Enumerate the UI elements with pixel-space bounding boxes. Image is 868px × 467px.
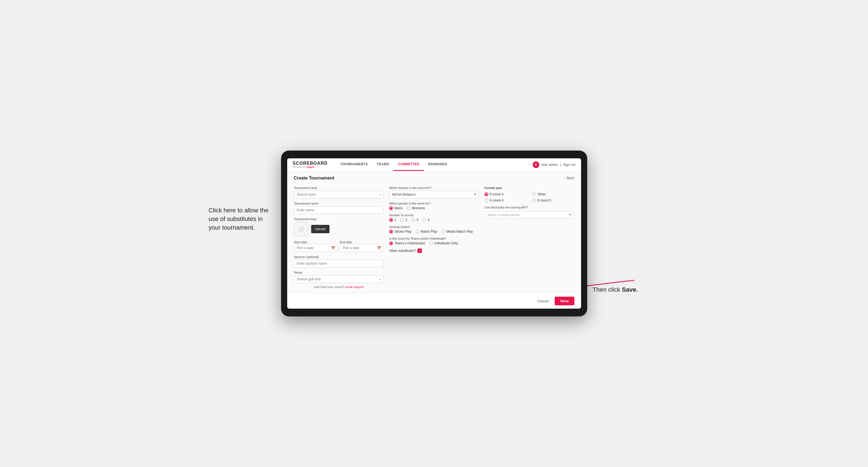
form-col-1: Tournament Host ▾ Tournament name Tourna (294, 186, 384, 289)
nav-user-area: B blair admin | Sign out (533, 161, 576, 168)
logo-powered: Powered by clippd (293, 166, 328, 168)
back-button[interactable]: ‹ Back (565, 176, 575, 180)
scoring-service-wrap: Select a scoring service (485, 211, 575, 218)
end-date-wrap: 📅 (340, 244, 383, 252)
teams-radio[interactable] (389, 241, 393, 245)
event-individuals[interactable]: Individuals Only (429, 241, 458, 245)
round3-label: 3 (416, 218, 418, 222)
round3-radio[interactable] (411, 218, 415, 222)
match-radio[interactable] (415, 229, 420, 234)
rounds-4[interactable]: 4 (422, 218, 429, 222)
page-header: Create Tournament ‹ Back (294, 176, 575, 181)
api-scoring-field: Use third-party live scoring API? Select… (485, 206, 575, 218)
medal-label: Medal Match Play (446, 229, 473, 234)
format-6count4[interactable]: 6 count 4 (485, 198, 527, 202)
format-6c4-radio[interactable] (485, 198, 488, 202)
rounds-radio-group: 1 2 3 (389, 218, 479, 222)
scoring-stroke[interactable]: Stroke Play (389, 229, 411, 234)
tournament-name-input[interactable] (294, 206, 384, 214)
sign-out-link[interactable]: Sign out (563, 163, 575, 167)
round2-radio[interactable] (400, 218, 404, 222)
tournament-name-label: Tournament name (294, 202, 384, 205)
match-label: Match Play (421, 229, 437, 234)
substitutes-label: Allow substitutes? (389, 249, 416, 253)
format-5c4-label: 5 count 4 (490, 192, 503, 196)
nav-rankings[interactable]: RANKINGS (424, 158, 452, 171)
form-col-3: Format type 5 count 4 Other (485, 186, 575, 289)
individuals-radio[interactable] (429, 241, 433, 245)
venue-label: Venue (294, 271, 384, 274)
sponsor-input[interactable] (294, 260, 384, 268)
division-label: Which division is the event for? (389, 186, 479, 189)
email-support-link[interactable]: email support (345, 285, 364, 289)
gender-radio-group: Mens Womens (389, 206, 479, 210)
round4-label: 4 (428, 218, 429, 222)
rounds-label: Number of rounds (389, 214, 479, 217)
format-other-radio[interactable] (532, 192, 536, 196)
mens-radio[interactable] (389, 206, 393, 210)
cancel-button[interactable]: Cancel (534, 297, 552, 305)
medal-radio[interactable] (441, 229, 445, 234)
logo-placeholder-icon (294, 222, 308, 236)
logo-upload-area: Upload (294, 222, 384, 236)
start-date-field: Start date 📅 (294, 240, 338, 252)
round1-radio[interactable] (389, 218, 393, 222)
stroke-radio[interactable] (389, 229, 393, 234)
sponsor-label: Sponsor (optional) (294, 255, 384, 258)
nav-tournaments[interactable]: TOURNAMENTS (336, 158, 372, 171)
scoring-radio-group: Stroke Play Match Play Medal Match Play (389, 229, 479, 234)
tournament-host-input[interactable] (294, 191, 384, 198)
scoring-medal[interactable]: Medal Match Play (441, 229, 473, 234)
logo-scoreboard: SCOREBOARD (293, 161, 328, 165)
end-date-field: End date 📅 (340, 240, 383, 252)
upload-button[interactable]: Upload (311, 225, 330, 233)
rounds-2[interactable]: 2 (400, 218, 407, 222)
user-name: blair admin (541, 163, 558, 167)
format-5count4[interactable]: 5 count 4 (485, 192, 527, 196)
format-options-grid: 5 count 4 Other 6 count 4 (485, 192, 575, 202)
rounds-3[interactable]: 3 (411, 218, 418, 222)
scoring-service-select[interactable]: Select a scoring service (485, 211, 575, 218)
save-button[interactable]: Save (555, 297, 574, 305)
format-type-field: Format type 5 count 4 Other (485, 186, 575, 202)
venue-input[interactable] (294, 275, 384, 283)
tablet-frame: SCOREBOARD Powered by clippd TOURNAMENTS… (281, 151, 587, 316)
division-select[interactable]: NCAA Division I (389, 191, 479, 198)
scoring-match[interactable]: Match Play (415, 229, 437, 234)
format-type-title: Format type (485, 186, 575, 189)
substitutes-checkbox[interactable]: ✓ (417, 249, 422, 253)
gender-womens[interactable]: Womens (407, 206, 425, 210)
round2-label: 2 (405, 218, 407, 222)
womens-radio[interactable] (407, 206, 410, 210)
gender-mens[interactable]: Mens (389, 206, 402, 210)
annotation-left-text: Click here to allow the use of substitut… (209, 206, 276, 232)
substitutes-checkbox-wrap[interactable]: Allow substitutes? ✓ (389, 249, 479, 253)
format-5c4-radio[interactable] (485, 192, 488, 196)
calendar-end-icon: 📅 (377, 246, 381, 250)
navbar: SCOREBOARD Powered by clippd TOURNAMENTS… (287, 158, 581, 171)
format-6count5[interactable]: 6 count 5 (532, 198, 574, 202)
mens-label: Mens (394, 206, 402, 210)
event-type-field: Is this event for Teams and/or Individua… (389, 237, 479, 245)
gender-label: Which gender is the event for? (389, 202, 479, 205)
format-other-label: Other (537, 192, 546, 196)
rounds-field: Number of rounds 1 2 (389, 214, 479, 222)
tournament-host-field: Tournament Host ▾ (294, 186, 384, 198)
calendar-icon: 📅 (331, 246, 335, 250)
nav-teams[interactable]: TEAMS (372, 158, 394, 171)
event-type-label: Is this event for Teams and/or Individua… (389, 237, 479, 240)
end-date-label: End date (340, 241, 352, 244)
format-6c5-radio[interactable] (532, 198, 536, 202)
event-teams[interactable]: Teams (+Individuals) (389, 241, 425, 245)
gender-field: Which gender is the event for? Mens Wome… (389, 202, 479, 210)
scoring-field: Scoring system Stroke Play Match Play (389, 225, 479, 234)
logo: SCOREBOARD Powered by clippd (293, 161, 328, 168)
rounds-1[interactable]: 1 (389, 218, 396, 222)
start-date-label: Start date (294, 241, 307, 244)
tournament-name-field: Tournament name (294, 202, 384, 214)
scoring-label: Scoring system (389, 225, 479, 228)
nav-committee[interactable]: COMMITTEE (394, 158, 424, 171)
tablet-screen: SCOREBOARD Powered by clippd TOURNAMENTS… (287, 158, 581, 309)
format-other[interactable]: Other (532, 192, 574, 196)
round4-radio[interactable] (422, 218, 426, 222)
